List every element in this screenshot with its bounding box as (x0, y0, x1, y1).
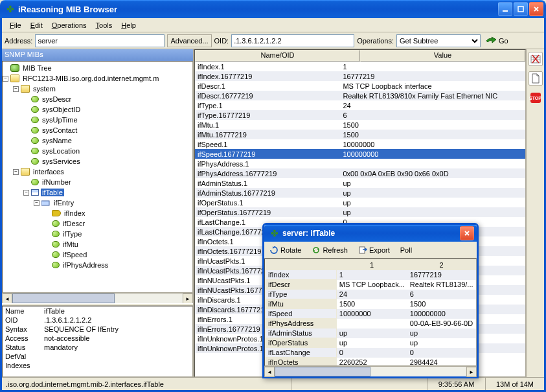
result-row[interactable]: ifOperStatus.16777219up (195, 207, 525, 217)
mib-tree[interactable]: MIB Tree − RFC1213-MIB.iso.org.dod.inter… (2, 61, 193, 293)
result-row[interactable]: ifPhysAddress.1 (195, 159, 525, 168)
tree-label[interactable]: ifEntry (52, 199, 75, 207)
tree-label[interactable]: ifTable (41, 189, 64, 196)
col-value[interactable]: Value (360, 50, 525, 62)
result-row[interactable]: ifMtu.11500 (195, 120, 525, 130)
popup-row[interactable]: ifPhysAddress00-0A-EB-90-66-0D (266, 319, 476, 329)
tree-label[interactable]: interfaces (32, 168, 65, 176)
popup-col-header[interactable]: 1 (336, 260, 407, 270)
stop-icon[interactable]: STOP (529, 91, 543, 105)
tree-label[interactable]: ifType (62, 230, 83, 238)
tree-rfc[interactable]: − RFC1213-MIB.iso.org.dod.internet.mgmt.… (3, 73, 192, 84)
maximize-button[interactable] (514, 2, 528, 16)
tree-ifNumber[interactable]: ifNumber (3, 177, 192, 187)
tree-label[interactable]: sysContact (41, 126, 78, 134)
menu-operations[interactable]: Operations (48, 20, 91, 30)
scroll-left-button[interactable]: ◄ (2, 294, 12, 304)
popup-row[interactable]: ifLastChange00 (266, 348, 476, 358)
tree-sysName[interactable]: sysName (3, 135, 192, 146)
tree-sysLocation[interactable]: sysLocation (3, 146, 192, 156)
tree-toggle[interactable]: − (34, 200, 40, 206)
tree-sysUpTime[interactable]: sysUpTime (3, 115, 192, 125)
tree-label[interactable]: sysName (41, 137, 73, 144)
operations-select[interactable]: Get Subtree (396, 34, 481, 47)
tree-root[interactable]: MIB Tree (3, 63, 192, 73)
tree-ifEntry[interactable]: − ifEntry (3, 198, 192, 208)
export-button[interactable]: Export (357, 246, 391, 255)
result-row[interactable]: ifSpeed.110000000 (195, 139, 525, 149)
menu-edit[interactable]: Edit (27, 20, 47, 30)
result-row[interactable]: ifPhysAddress.167772190x00 0x0A 0xEB 0x9… (195, 168, 525, 178)
tree-label[interactable]: ifIndex (63, 209, 86, 217)
result-row[interactable]: ifIndex.1677721916777219 (195, 71, 525, 81)
result-row[interactable]: ifDescr.16777219Realtek RTL8139/810x Fam… (195, 91, 525, 100)
minimize-button[interactable] (498, 2, 512, 16)
iftable-popup[interactable]: ✤ server: ifTable Rotate Refresh Export … (262, 223, 479, 378)
tree-toggle[interactable]: − (3, 76, 8, 82)
refresh-button[interactable]: Refresh (310, 246, 349, 255)
tree-label[interactable]: sysObjectID (41, 106, 82, 113)
titlebar[interactable]: ✤ iReasoning MIB Browser (0, 0, 546, 18)
popup-row[interactable]: ifDescrMS TCP Loopback...Realtek RTL8139… (266, 280, 476, 290)
tree-sysDescr[interactable]: sysDescr (3, 94, 192, 104)
tree-toggle[interactable]: − (13, 169, 19, 175)
popup-row[interactable]: ifAdminStatusupup (266, 329, 476, 338)
tree-toggle[interactable]: − (23, 190, 29, 196)
tree-label[interactable]: sysDescr (41, 95, 73, 103)
tree-toggle[interactable]: − (13, 86, 19, 92)
tree-ifSpeed[interactable]: ifSpeed (3, 249, 192, 260)
close-button[interactable] (529, 2, 543, 16)
popup-col-header[interactable] (266, 260, 337, 270)
menu-help[interactable]: Help (117, 20, 140, 30)
popup-row[interactable]: ifMtu15001500 (266, 299, 476, 309)
result-row[interactable]: ifAdminStatus.1up (195, 178, 525, 188)
tree-label[interactable]: sysUpTime (41, 116, 79, 124)
address-input[interactable] (35, 34, 165, 47)
popup-close-button[interactable] (460, 226, 474, 240)
tree-label[interactable]: ifNumber (41, 178, 73, 186)
advanced-button[interactable]: Advanced... (167, 34, 211, 47)
result-row[interactable]: ifMtu.167772191500 (195, 130, 525, 139)
tree-ifTable[interactable]: − ifTable (3, 187, 192, 198)
tree-ifPhysAddress[interactable]: ifPhysAddress (3, 260, 192, 270)
result-row[interactable]: ifOperStatus.1up (195, 198, 525, 207)
oid-input[interactable] (231, 34, 354, 47)
tree-label[interactable]: ifPhysAddress (62, 261, 109, 269)
tree-label[interactable]: system (32, 85, 57, 93)
tree-ifDescr[interactable]: ifDescr (3, 218, 192, 229)
tree-label[interactable]: ifMtu (62, 240, 80, 248)
popup-row[interactable]: ifType246 (266, 290, 476, 299)
result-row[interactable]: ifType.124 (195, 100, 525, 110)
document-icon[interactable] (529, 71, 543, 86)
go-button[interactable]: Go (483, 36, 511, 45)
tree-interfaces[interactable]: − interfaces (3, 167, 192, 177)
result-row[interactable]: ifAdminStatus.16777219up (195, 188, 525, 198)
rotate-button[interactable]: Rotate (268, 246, 302, 255)
tree-label[interactable]: ifSpeed (62, 251, 88, 259)
tree-system[interactable]: − system (3, 84, 192, 94)
popup-hscrollbar[interactable]: ◄ ► (264, 366, 477, 376)
menu-file[interactable]: File (6, 20, 25, 30)
result-row[interactable]: ifSpeed.16777219100000000 (195, 149, 525, 159)
tree-label[interactable]: sysServices (41, 157, 82, 165)
popup-scroll-right[interactable]: ► (466, 367, 477, 377)
poll-button[interactable]: Poll (399, 246, 413, 254)
tree-sysObjectID[interactable]: sysObjectID (3, 104, 192, 115)
popup-col-header[interactable]: 2 (407, 260, 476, 270)
tree-label[interactable]: sysLocation (41, 147, 81, 155)
tree-sysServices[interactable]: sysServices (3, 156, 192, 167)
tree-ifType[interactable]: ifType (3, 229, 192, 239)
clear-table-icon[interactable] (529, 52, 543, 66)
col-name-oid[interactable]: Name/OID (195, 50, 360, 62)
tree-label[interactable]: MIB Tree (21, 64, 53, 72)
tree-ifIndex[interactable]: ifIndex (3, 208, 192, 218)
tree-sysContact[interactable]: sysContact (3, 125, 192, 135)
scroll-right-button[interactable]: ► (183, 294, 193, 304)
popup-scroll-left[interactable]: ◄ (264, 367, 275, 377)
tree-label[interactable]: ifDescr (62, 220, 86, 227)
popup-row[interactable]: ifInOctets22602522984424 (266, 358, 476, 367)
result-row[interactable]: ifIndex.11 (195, 62, 525, 71)
popup-table[interactable]: 12ifIndex116777219ifDescrMS TCP Loopback… (264, 259, 477, 366)
tree-hscrollbar[interactable]: ◄ ► (2, 293, 193, 303)
menu-tools[interactable]: Tools (92, 20, 117, 30)
